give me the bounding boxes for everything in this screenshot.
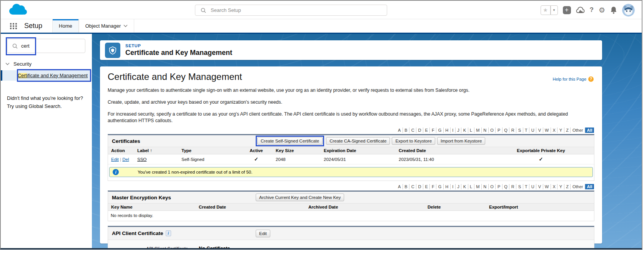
favorite-star-button[interactable]: ★ — [541, 5, 551, 15]
create-ca-signed-certificate-button[interactable]: Create CA-Signed Certificate — [326, 137, 390, 145]
tab-home[interactable]: Home — [52, 19, 79, 33]
col-key-size[interactable]: Key Size — [273, 147, 321, 154]
archive-current-key-button[interactable]: Archive Current Key and Create New Key — [256, 194, 344, 201]
index-link-n[interactable]: N — [482, 184, 489, 189]
index-link-all[interactable]: All — [585, 184, 594, 189]
index-link-q[interactable]: Q — [503, 184, 510, 189]
index-link-b[interactable]: B — [403, 184, 409, 189]
index-link-e[interactable]: E — [423, 128, 430, 133]
index-link-b[interactable]: B — [403, 128, 409, 133]
index-link-u[interactable]: U — [529, 184, 536, 189]
index-link-z[interactable]: Z — [564, 184, 571, 189]
help-for-page-link[interactable]: Help for this Page — [553, 77, 586, 81]
index-link-a[interactable]: A — [396, 184, 403, 189]
edit-api-cert-button[interactable]: Edit — [256, 230, 270, 237]
col-expiration-date[interactable]: Expiration Date — [321, 147, 396, 154]
index-link-o[interactable]: O — [489, 128, 496, 133]
col-active[interactable]: Active — [240, 147, 273, 154]
index-link-k[interactable]: K — [461, 184, 468, 189]
export-to-keystore-button[interactable]: Export to Keystore — [392, 137, 435, 145]
col-archived-date[interactable]: Archived Date — [305, 204, 424, 211]
index-link-i[interactable]: I — [451, 128, 456, 133]
create-self-signed-certificate-button[interactable]: Create Self-Signed Certificate — [257, 137, 323, 145]
index-link-c[interactable]: C — [409, 128, 416, 133]
index-link-a[interactable]: A — [396, 128, 403, 133]
edit-link[interactable]: Edit — [111, 157, 119, 162]
bell-icon[interactable] — [610, 6, 617, 14]
index-link-x[interactable]: X — [551, 128, 557, 133]
index-link-t[interactable]: T — [523, 184, 530, 189]
avatar[interactable] — [622, 4, 635, 17]
certificate-label-link[interactable]: SSO — [137, 157, 146, 162]
quick-find-input[interactable] — [21, 43, 60, 49]
index-link-r[interactable]: R — [509, 128, 516, 133]
index-link-h[interactable]: H — [444, 128, 451, 133]
index-link-f[interactable]: F — [430, 128, 436, 133]
col-export-import[interactable]: Export/Import — [486, 204, 594, 211]
index-link-p[interactable]: P — [496, 184, 502, 189]
favorites-dropdown-button[interactable]: ▼ — [551, 5, 558, 15]
import-from-keystore-button[interactable]: Import from Keystore — [437, 137, 485, 145]
global-search-input[interactable] — [211, 7, 372, 13]
salesforce-logo — [8, 3, 28, 17]
index-link-v[interactable]: V — [536, 184, 543, 189]
index-link-z[interactable]: Z — [564, 128, 571, 133]
index-link-l[interactable]: L — [468, 128, 474, 133]
index-link-y[interactable]: Y — [557, 184, 564, 189]
index-link-m[interactable]: M — [474, 128, 482, 133]
index-link-k[interactable]: K — [461, 128, 468, 133]
tree-item-certificate-and-key-management[interactable]: Certificate and Key Management — [1, 70, 92, 81]
help-badge-icon[interactable]: ? — [588, 76, 594, 82]
index-link-j[interactable]: J — [456, 128, 462, 133]
index-link-s[interactable]: S — [516, 184, 523, 189]
add-icon[interactable]: + — [563, 6, 571, 14]
col-key-name[interactable]: Key Name — [108, 204, 196, 211]
index-link-x[interactable]: X — [551, 184, 557, 189]
col-exportable-private-key[interactable]: Exportable Private Key — [488, 147, 594, 154]
col-delete[interactable]: Delete — [424, 204, 486, 211]
index-link-u[interactable]: U — [529, 128, 536, 133]
col-created-date[interactable]: Created Date — [196, 204, 305, 211]
index-link-l[interactable]: L — [468, 184, 474, 189]
app-launcher-waffle-icon[interactable] — [10, 23, 17, 29]
index-link-h[interactable]: H — [444, 184, 451, 189]
del-link[interactable]: Del — [122, 157, 129, 162]
index-link-r[interactable]: R — [509, 184, 516, 189]
index-link-p[interactable]: P — [496, 128, 502, 133]
index-link-g[interactable]: G — [436, 128, 444, 133]
index-link-n[interactable]: N — [482, 128, 489, 133]
index-link-v[interactable]: V — [536, 128, 543, 133]
index-link-y[interactable]: Y — [557, 128, 564, 133]
index-link-other[interactable]: Other — [571, 128, 585, 133]
tree-group-security[interactable]: Security — [5, 61, 92, 67]
index-link-g[interactable]: G — [436, 184, 444, 189]
index-link-w[interactable]: W — [543, 128, 551, 133]
index-link-d[interactable]: D — [416, 184, 423, 189]
index-link-j[interactable]: J — [456, 184, 462, 189]
trailhead-icon[interactable] — [576, 6, 585, 14]
index-link-e[interactable]: E — [423, 184, 430, 189]
index-link-c[interactable]: C — [409, 184, 416, 189]
index-link-other[interactable]: Other — [571, 184, 585, 189]
index-link-w[interactable]: W — [543, 184, 551, 189]
api-cert-section-title: API Client Certificate i — [112, 230, 171, 236]
index-link-d[interactable]: D — [416, 128, 423, 133]
index-link-all[interactable]: All — [585, 128, 594, 133]
global-search-box — [195, 5, 387, 16]
tab-object-manager[interactable]: Object Manager — [79, 19, 135, 33]
col-type[interactable]: Type — [178, 147, 240, 154]
col-label[interactable]: Label ↑ — [134, 147, 178, 154]
index-link-o[interactable]: O — [489, 184, 496, 189]
index-link-q[interactable]: Q — [503, 128, 510, 133]
gear-icon[interactable]: ⚙ — [599, 6, 605, 15]
index-link-f[interactable]: F — [430, 184, 436, 189]
api-cert-section-header: API Client Certificate i Edit — [108, 227, 594, 240]
index-link-i[interactable]: I — [451, 184, 456, 189]
col-action[interactable]: Action — [108, 147, 134, 154]
index-link-s[interactable]: S — [516, 128, 523, 133]
col-created-date[interactable]: Created Date — [396, 147, 488, 154]
index-link-t[interactable]: T — [523, 128, 530, 133]
index-link-m[interactable]: M — [474, 184, 482, 189]
help-icon[interactable]: ? — [590, 6, 594, 14]
info-icon[interactable]: i — [166, 230, 171, 236]
